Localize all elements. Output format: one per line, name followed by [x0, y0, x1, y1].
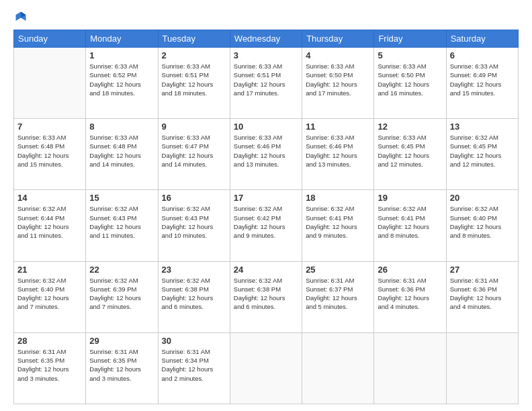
day-number: 12: [378, 122, 442, 132]
day-info: Sunrise: 6:31 AM Sunset: 6:35 PM Dayligh…: [89, 347, 154, 383]
calendar-cell: 29Sunrise: 6:31 AM Sunset: 6:35 PM Dayli…: [86, 332, 158, 404]
calendar-cell: [446, 332, 518, 404]
day-number: 25: [306, 265, 370, 275]
calendar-week-5: 28Sunrise: 6:31 AM Sunset: 6:35 PM Dayli…: [14, 332, 519, 404]
day-number: 3: [234, 50, 298, 60]
calendar-cell: 18Sunrise: 6:32 AM Sunset: 6:41 PM Dayli…: [302, 190, 374, 261]
calendar-cell: 23Sunrise: 6:32 AM Sunset: 6:38 PM Dayli…: [158, 261, 230, 332]
calendar-cell: 15Sunrise: 6:32 AM Sunset: 6:43 PM Dayli…: [86, 190, 158, 261]
day-header-tuesday: Tuesday: [158, 30, 230, 48]
day-header-saturday: Saturday: [446, 30, 518, 48]
day-number: 2: [162, 50, 226, 60]
day-number: 19: [378, 193, 442, 203]
calendar-cell: 14Sunrise: 6:32 AM Sunset: 6:44 PM Dayli…: [14, 190, 86, 261]
day-number: 4: [306, 50, 370, 60]
day-info: Sunrise: 6:33 AM Sunset: 6:47 PM Dayligh…: [162, 133, 226, 169]
calendar-cell: 5Sunrise: 6:33 AM Sunset: 6:50 PM Daylig…: [374, 48, 446, 119]
day-number: 6: [450, 50, 515, 60]
page: SundayMondayTuesdayWednesdayThursdayFrid…: [0, 0, 532, 411]
day-number: 18: [306, 193, 370, 203]
calendar-week-1: 1Sunrise: 6:33 AM Sunset: 6:52 PM Daylig…: [14, 48, 519, 119]
calendar-cell: 1Sunrise: 6:33 AM Sunset: 6:52 PM Daylig…: [86, 48, 158, 119]
day-info: Sunrise: 6:32 AM Sunset: 6:43 PM Dayligh…: [89, 204, 154, 240]
day-info: Sunrise: 6:32 AM Sunset: 6:40 PM Dayligh…: [450, 204, 515, 240]
calendar-cell: 12Sunrise: 6:33 AM Sunset: 6:45 PM Dayli…: [374, 119, 446, 190]
calendar-cell: 30Sunrise: 6:31 AM Sunset: 6:34 PM Dayli…: [158, 332, 230, 404]
day-info: Sunrise: 6:32 AM Sunset: 6:43 PM Dayligh…: [162, 204, 226, 240]
day-info: Sunrise: 6:33 AM Sunset: 6:50 PM Dayligh…: [306, 62, 370, 97]
day-number: 7: [17, 122, 82, 132]
calendar-cell: 8Sunrise: 6:33 AM Sunset: 6:48 PM Daylig…: [86, 119, 158, 190]
calendar-cell: 10Sunrise: 6:33 AM Sunset: 6:46 PM Dayli…: [230, 119, 302, 190]
calendar-cell: [230, 332, 302, 404]
calendar-table: SundayMondayTuesdayWednesdayThursdayFrid…: [13, 30, 519, 404]
day-info: Sunrise: 6:33 AM Sunset: 6:51 PM Dayligh…: [162, 62, 226, 97]
calendar-cell: [302, 332, 374, 404]
day-info: Sunrise: 6:31 AM Sunset: 6:36 PM Dayligh…: [378, 276, 442, 312]
day-info: Sunrise: 6:32 AM Sunset: 6:38 PM Dayligh…: [162, 276, 226, 312]
calendar-cell: 22Sunrise: 6:32 AM Sunset: 6:39 PM Dayli…: [86, 261, 158, 332]
calendar-week-3: 14Sunrise: 6:32 AM Sunset: 6:44 PM Dayli…: [14, 190, 519, 261]
calendar-cell: 13Sunrise: 6:32 AM Sunset: 6:45 PM Dayli…: [446, 119, 518, 190]
day-info: Sunrise: 6:31 AM Sunset: 6:34 PM Dayligh…: [162, 347, 226, 383]
day-info: Sunrise: 6:32 AM Sunset: 6:38 PM Dayligh…: [234, 276, 298, 312]
day-number: 9: [162, 122, 226, 132]
calendar-cell: 19Sunrise: 6:32 AM Sunset: 6:41 PM Dayli…: [374, 190, 446, 261]
day-number: 28: [17, 336, 82, 346]
day-header-monday: Monday: [86, 30, 158, 48]
day-header-thursday: Thursday: [302, 30, 374, 48]
day-info: Sunrise: 6:33 AM Sunset: 6:50 PM Dayligh…: [378, 62, 442, 97]
calendar-cell: 2Sunrise: 6:33 AM Sunset: 6:51 PM Daylig…: [158, 48, 230, 119]
day-info: Sunrise: 6:32 AM Sunset: 6:42 PM Dayligh…: [234, 204, 298, 240]
day-number: 1: [89, 50, 154, 60]
calendar-cell: 6Sunrise: 6:33 AM Sunset: 6:49 PM Daylig…: [446, 48, 518, 119]
calendar-cell: 25Sunrise: 6:31 AM Sunset: 6:37 PM Dayli…: [302, 261, 374, 332]
day-header-friday: Friday: [374, 30, 446, 48]
calendar-week-4: 21Sunrise: 6:32 AM Sunset: 6:40 PM Dayli…: [14, 261, 519, 332]
calendar-week-2: 7Sunrise: 6:33 AM Sunset: 6:48 PM Daylig…: [14, 119, 519, 190]
day-number: 16: [162, 193, 226, 203]
calendar-cell: 7Sunrise: 6:33 AM Sunset: 6:48 PM Daylig…: [14, 119, 86, 190]
day-info: Sunrise: 6:32 AM Sunset: 6:41 PM Dayligh…: [378, 204, 442, 240]
calendar-cell: 16Sunrise: 6:32 AM Sunset: 6:43 PM Dayli…: [158, 190, 230, 261]
day-info: Sunrise: 6:33 AM Sunset: 6:46 PM Dayligh…: [234, 133, 298, 169]
calendar-cell: [374, 332, 446, 404]
day-number: 22: [89, 265, 154, 275]
day-number: 30: [162, 336, 226, 346]
calendar-cell: 28Sunrise: 6:31 AM Sunset: 6:35 PM Dayli…: [14, 332, 86, 404]
calendar-cell: 27Sunrise: 6:31 AM Sunset: 6:36 PM Dayli…: [446, 261, 518, 332]
day-info: Sunrise: 6:31 AM Sunset: 6:36 PM Dayligh…: [450, 276, 515, 312]
day-number: 8: [89, 122, 154, 132]
general-blue-icon: [15, 11, 27, 23]
day-number: 29: [89, 336, 154, 346]
day-number: 20: [450, 193, 515, 203]
day-info: Sunrise: 6:33 AM Sunset: 6:52 PM Dayligh…: [89, 62, 154, 97]
day-info: Sunrise: 6:32 AM Sunset: 6:45 PM Dayligh…: [450, 133, 515, 169]
day-info: Sunrise: 6:33 AM Sunset: 6:51 PM Dayligh…: [234, 62, 298, 97]
calendar-cell: 9Sunrise: 6:33 AM Sunset: 6:47 PM Daylig…: [158, 119, 230, 190]
day-info: Sunrise: 6:32 AM Sunset: 6:39 PM Dayligh…: [89, 276, 154, 312]
day-info: Sunrise: 6:31 AM Sunset: 6:35 PM Dayligh…: [17, 347, 82, 383]
calendar-cell: 26Sunrise: 6:31 AM Sunset: 6:36 PM Dayli…: [374, 261, 446, 332]
day-info: Sunrise: 6:32 AM Sunset: 6:44 PM Dayligh…: [17, 204, 82, 240]
calendar-cell: 17Sunrise: 6:32 AM Sunset: 6:42 PM Dayli…: [230, 190, 302, 261]
day-number: 24: [234, 265, 298, 275]
day-info: Sunrise: 6:33 AM Sunset: 6:46 PM Dayligh…: [306, 133, 370, 169]
day-number: 11: [306, 122, 370, 132]
day-header-wednesday: Wednesday: [230, 30, 302, 48]
calendar-cell: 24Sunrise: 6:32 AM Sunset: 6:38 PM Dayli…: [230, 261, 302, 332]
day-number: 15: [89, 193, 154, 203]
day-info: Sunrise: 6:33 AM Sunset: 6:49 PM Dayligh…: [450, 62, 515, 97]
day-info: Sunrise: 6:33 AM Sunset: 6:48 PM Dayligh…: [17, 133, 82, 169]
day-number: 10: [234, 122, 298, 132]
day-info: Sunrise: 6:33 AM Sunset: 6:45 PM Dayligh…: [378, 133, 442, 169]
day-info: Sunrise: 6:31 AM Sunset: 6:37 PM Dayligh…: [306, 276, 370, 312]
header: [13, 11, 519, 23]
day-number: 26: [378, 265, 442, 275]
day-info: Sunrise: 6:33 AM Sunset: 6:48 PM Dayligh…: [89, 133, 154, 169]
calendar-header-row: SundayMondayTuesdayWednesdayThursdayFrid…: [14, 30, 519, 48]
day-number: 13: [450, 122, 515, 132]
calendar-cell: 21Sunrise: 6:32 AM Sunset: 6:40 PM Dayli…: [14, 261, 86, 332]
calendar-cell: [14, 48, 86, 119]
day-number: 21: [17, 265, 82, 275]
